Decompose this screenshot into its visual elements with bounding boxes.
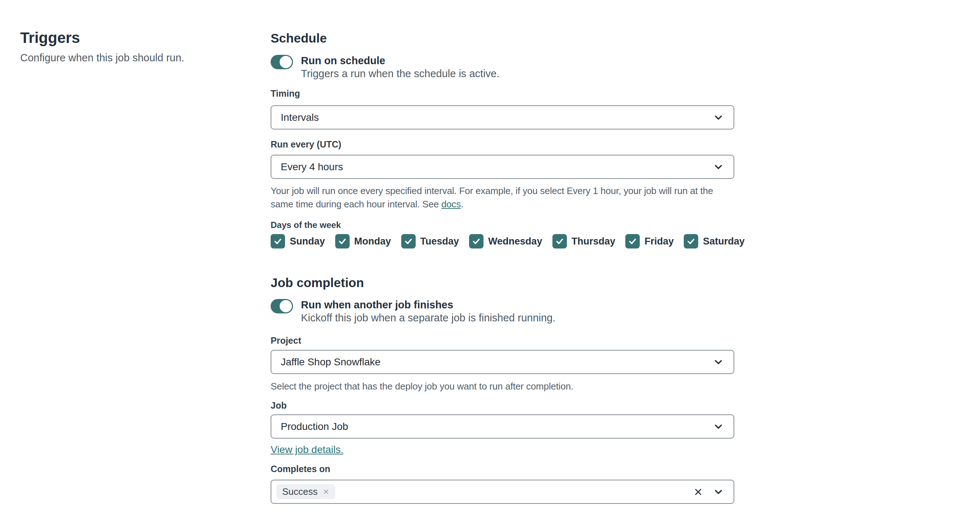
checkbox-checked-icon: [270, 234, 285, 249]
chevron-down-icon: [713, 356, 724, 368]
run-on-schedule-label: Run on schedule: [301, 54, 500, 67]
completes-on-label: Completes on: [270, 463, 734, 475]
run-every-select[interactable]: Every 4 hours: [270, 155, 734, 179]
triggers-form: Schedule Run on schedule Triggers a run …: [270, 0, 734, 504]
run-when-job-finishes-label: Run when another job finishes: [301, 298, 556, 311]
run-every-help-text: Your job will run once every specified i…: [270, 184, 729, 211]
timing-select-value: Intervals: [281, 112, 319, 123]
day-label: Sunday: [290, 236, 325, 247]
day-checkbox-friday[interactable]: Friday: [625, 234, 674, 249]
page-title: Triggers: [20, 29, 244, 47]
day-label: Friday: [644, 236, 674, 247]
timing-label: Timing: [270, 88, 734, 99]
chevron-down-icon[interactable]: [713, 486, 724, 498]
day-label: Wednesday: [488, 236, 542, 247]
success-tag: Success: [277, 484, 335, 499]
job-select[interactable]: Production Job: [270, 414, 734, 439]
checkbox-checked-icon: [401, 234, 416, 249]
day-label: Tuesday: [420, 236, 459, 247]
days-of-week-label: Days of the week: [270, 220, 734, 230]
project-select[interactable]: Jaffle Shop Snowflake: [270, 350, 734, 374]
project-label: Project: [270, 335, 734, 346]
run-when-job-finishes-toggle[interactable]: [270, 299, 293, 313]
chevron-down-icon: [713, 421, 724, 433]
clear-all-icon[interactable]: [693, 487, 703, 497]
checkbox-checked-icon: [625, 234, 640, 249]
day-checkbox-sunday[interactable]: Sunday: [270, 234, 325, 249]
view-job-details-link[interactable]: View job details.: [270, 444, 344, 455]
project-help-text: Select the project that has the deploy j…: [270, 380, 734, 393]
schedule-section-heading: Schedule: [270, 30, 734, 46]
chevron-down-icon: [713, 112, 724, 123]
remove-tag-icon[interactable]: [323, 488, 329, 495]
day-label: Thursday: [571, 236, 616, 247]
toggle-knob: [280, 56, 292, 68]
page-description: Configure when this job should run.: [20, 51, 244, 65]
day-checkbox-saturday[interactable]: Saturday: [684, 234, 745, 249]
day-checkbox-wednesday[interactable]: Wednesday: [469, 234, 542, 249]
days-of-week-row: Sunday Monday Tuesday Wednesday Thursday…: [270, 234, 734, 249]
checkbox-checked-icon: [684, 234, 698, 249]
checkbox-checked-icon: [469, 234, 484, 249]
checkbox-checked-icon: [335, 234, 350, 249]
run-when-job-finishes-description: Kickoff this job when a separate job is …: [301, 311, 556, 324]
job-completion-section-heading: Job completion: [270, 275, 734, 291]
checkbox-checked-icon: [552, 234, 567, 249]
job-label: Job: [270, 400, 734, 411]
success-tag-label: Success: [282, 486, 318, 497]
triggers-sidebar: Triggers Configure when this job should …: [20, 29, 244, 65]
chevron-down-icon: [713, 161, 724, 173]
project-select-value: Jaffle Shop Snowflake: [281, 356, 381, 368]
docs-link[interactable]: docs: [441, 199, 461, 209]
run-on-schedule-row: Run on schedule Triggers a run when the …: [270, 54, 734, 80]
run-when-job-finishes-row: Run when another job finishes Kickoff th…: [270, 298, 734, 324]
run-every-select-value: Every 4 hours: [281, 161, 343, 173]
job-select-value: Production Job: [281, 421, 348, 433]
day-checkbox-thursday[interactable]: Thursday: [552, 234, 616, 249]
run-on-schedule-description: Triggers a run when the schedule is acti…: [301, 67, 500, 80]
day-checkbox-tuesday[interactable]: Tuesday: [401, 234, 459, 249]
toggle-knob: [280, 300, 292, 312]
run-on-schedule-toggle[interactable]: [270, 55, 293, 69]
completes-on-multiselect[interactable]: Success: [270, 480, 734, 504]
run-every-label: Run every (UTC): [270, 139, 734, 150]
timing-select[interactable]: Intervals: [270, 105, 734, 130]
day-checkbox-monday[interactable]: Monday: [335, 234, 391, 249]
day-label: Saturday: [703, 236, 745, 247]
day-label: Monday: [354, 236, 391, 247]
